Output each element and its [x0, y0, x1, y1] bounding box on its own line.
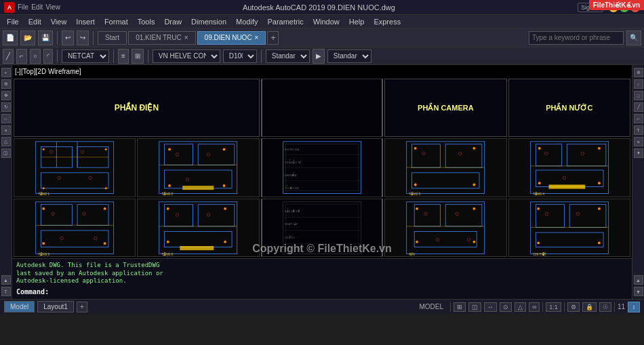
svg-text:CHI TIẾT: CHI TIẾT — [533, 251, 546, 256]
search-input[interactable] — [529, 31, 624, 45]
menu-edit[interactable]: Edit — [31, 3, 43, 11]
tool-snap[interactable]: △ — [1, 137, 11, 146]
command-input[interactable] — [16, 296, 152, 299]
annotation-scale[interactable]: 1:1 — [546, 302, 561, 312]
right-tool-scroll-down[interactable]: ▼ — [634, 287, 643, 296]
text-size-combo[interactable]: D100 — [223, 49, 257, 63]
menu-item-edit[interactable]: Edit — [24, 16, 45, 27]
floor-plan-r3c2: TẦNG 6 — [137, 199, 259, 257]
menu-file[interactable]: File — [18, 3, 28, 11]
menu-item-tools[interactable]: Tools — [134, 16, 159, 27]
search-button[interactable]: 🔍 — [626, 31, 641, 45]
layout1-tab[interactable]: Layout1 — [37, 301, 74, 312]
osnap-toggle[interactable]: △ — [515, 302, 526, 312]
tab-area: Start 01.KIEN TRUC × 09.DIEN NUOC × + — [98, 31, 279, 45]
tool-zoom[interactable]: ⊕ — [1, 79, 11, 89]
open-file-button[interactable]: 📂 — [20, 31, 35, 45]
snap-toggle[interactable]: ◫ — [468, 302, 481, 312]
layer-props-button[interactable]: ⊞ — [132, 49, 144, 64]
menu-item-format[interactable]: Format — [100, 16, 132, 27]
line-tool[interactable]: ╱ — [3, 49, 14, 64]
tool-crosshair[interactable]: + — [1, 68, 11, 77]
tab-close-kien-truc[interactable]: × — [184, 34, 188, 41]
tab-add-button[interactable]: + — [267, 31, 279, 45]
arc-tool[interactable]: ◜ — [43, 49, 53, 64]
tool-properties[interactable]: ≡ — [1, 125, 11, 135]
tool-bottom-1[interactable]: ▲ — [1, 275, 11, 285]
table-standard-combo[interactable]: Standard — [327, 49, 371, 63]
tool-layer[interactable]: ◫ — [1, 148, 11, 158]
svg-point-115 — [473, 241, 476, 243]
menu-item-modify[interactable]: Modify — [232, 16, 262, 27]
tab-start[interactable]: Start — [98, 31, 127, 45]
workspace-btn[interactable]: ⚙ — [567, 302, 580, 312]
tool-orbit[interactable]: ↻ — [1, 102, 11, 112]
menu-item-parametric[interactable]: Parametric — [263, 16, 307, 27]
svg-rect-88 — [165, 231, 233, 247]
svg-point-81 — [83, 212, 86, 216]
svg-point-29 — [169, 184, 172, 187]
tool-bottom-2[interactable]: T — [1, 287, 11, 296]
polar-toggle[interactable]: ⊙ — [500, 302, 512, 312]
main-toolbar: 📄 📂 💾 ↩ ↪ Start 01.KIEN TRUC × 09.DIEN N… — [0, 28, 644, 47]
menu-item-view[interactable]: View — [47, 16, 71, 27]
match-props-button[interactable]: ≡ — [118, 49, 129, 64]
floor-plan-r2c5: TẦNG 4 — [508, 138, 630, 197]
toolbar2-separator-4 — [261, 49, 262, 63]
tab-kien-truc[interactable]: 01.KIEN TRUC × — [128, 31, 195, 45]
floor-plan-r3c1: TẦNG 5 — [14, 199, 136, 257]
menu-item-window[interactable]: Window — [309, 16, 344, 27]
right-tool-8[interactable]: ✦ — [634, 148, 643, 158]
tool-measure[interactable]: ↔ — [1, 114, 11, 123]
new-file-button[interactable]: 📄 — [3, 31, 18, 45]
svg-point-52 — [414, 184, 417, 186]
text-style-combo[interactable]: VN HELVE CON — [153, 49, 220, 63]
svg-point-68 — [563, 177, 566, 180]
save-button[interactable]: 💾 — [38, 31, 53, 45]
svg-point-93 — [224, 241, 227, 243]
layer-combo[interactable]: NETCAT — [62, 49, 109, 63]
dim-standard-combo[interactable]: Standard — [266, 49, 310, 63]
menu-view[interactable]: View — [45, 3, 60, 11]
right-tool-5[interactable]: ⌐ — [634, 114, 643, 123]
svg-rect-73 — [77, 204, 108, 225]
tab-close-dien-nuoc[interactable]: × — [255, 34, 259, 41]
svg-point-31 — [176, 153, 180, 157]
status-sep-2 — [542, 302, 543, 312]
right-tool-6[interactable]: T — [634, 125, 643, 135]
ortho-toggle[interactable]: ↔ — [484, 302, 497, 312]
menu-item-dimension[interactable]: Dimension — [187, 16, 230, 27]
svg-point-80 — [52, 212, 55, 216]
isolate-objects-btn[interactable]: ☉ — [599, 302, 611, 312]
floor-plan-r2c1: TẦNG 1 — [14, 138, 136, 197]
tool-pan[interactable]: ✥ — [1, 91, 11, 100]
menu-item-express[interactable]: Express — [369, 16, 405, 27]
otrack-toggle[interactable]: ∞ — [529, 302, 540, 312]
lock-ui-btn[interactable]: 🔒 — [582, 302, 597, 312]
menu-item-file[interactable]: File — [3, 16, 23, 27]
undo-button[interactable]: ↩ — [62, 31, 74, 45]
tab-dien-nuoc[interactable]: 09.DIEN NUOC × — [197, 31, 266, 45]
svg-point-51 — [473, 147, 476, 150]
right-tool-7[interactable]: ≡ — [634, 137, 643, 146]
polyline-tool[interactable]: ⌐ — [16, 49, 27, 64]
viewport-toggle[interactable]: ↕ — [628, 302, 640, 312]
right-tool-scroll-up[interactable]: ▲ — [634, 275, 643, 285]
add-layout-button[interactable]: + — [77, 302, 87, 312]
svg-point-78 — [42, 242, 45, 245]
circle-tool[interactable]: ○ — [30, 49, 41, 64]
right-tool-4[interactable]: ╱ — [634, 102, 643, 112]
right-tool-1[interactable]: ⊕ — [634, 68, 643, 77]
grid-toggle[interactable]: ⊞ — [454, 302, 466, 312]
menu-item-help[interactable]: Help — [345, 16, 369, 27]
svg-point-114 — [416, 241, 418, 243]
menu-item-insert[interactable]: Insert — [72, 16, 99, 27]
redo-button[interactable]: ↪ — [77, 31, 89, 45]
menu-item-draw[interactable]: Draw — [160, 16, 186, 27]
right-tool-3[interactable]: □ — [634, 91, 643, 100]
dim-update-button[interactable]: ▶ — [313, 49, 325, 64]
drawing-canvas[interactable]: [-][Top][2D Wireframe] N S E W TOP — [12, 65, 632, 299]
right-tool-2[interactable]: ○ — [634, 79, 643, 89]
model-tab[interactable]: Model — [4, 301, 35, 312]
command-prompt[interactable]: Command: — [16, 288, 628, 296]
